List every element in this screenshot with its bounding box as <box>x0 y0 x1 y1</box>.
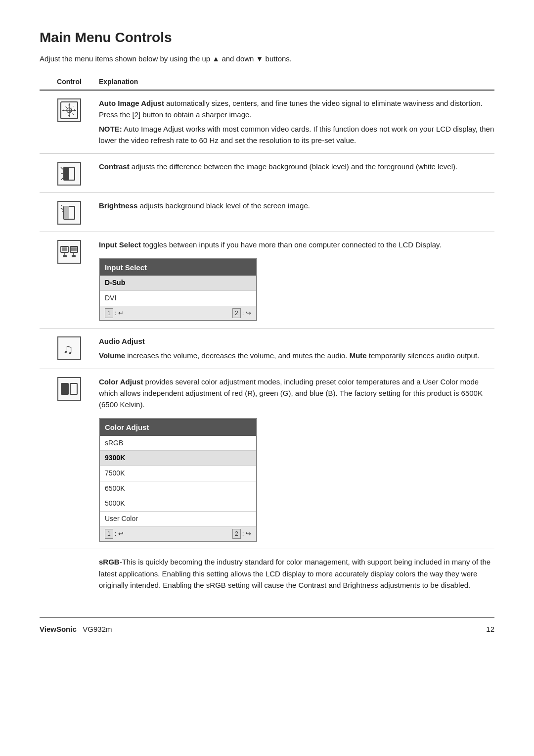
audio-adjust-label: Audio Adjust <box>99 335 494 347</box>
svg-rect-21 <box>62 247 67 251</box>
brand-name: ViewSonic <box>40 625 77 633</box>
color-icon <box>57 377 81 401</box>
audio-adjust-bold: Audio Adjust <box>99 337 145 345</box>
contrast-icon-cell <box>40 161 99 186</box>
svg-line-12 <box>61 167 63 169</box>
brightness-explanation: Brightness adjusts background black leve… <box>99 200 494 211</box>
note-label: NOTE: <box>99 125 122 133</box>
brightness-icon <box>57 201 81 225</box>
input-select-icon <box>57 240 81 264</box>
color-footer-item-1: 1 : ↩ <box>105 529 124 539</box>
contrast-bold: Contrast <box>99 162 130 171</box>
table-row: Brightness adjusts background black leve… <box>40 193 494 232</box>
svg-text:♫: ♫ <box>63 341 73 357</box>
color-adjust-menu: Color Adjust sRGB 9300K 7500K 6500K 5000… <box>99 418 257 542</box>
color-footer-num-1: 1 <box>105 529 113 539</box>
intro-text: Adjust the menu items shown below by usi… <box>40 54 494 63</box>
footer-arrow-2: : ↪ <box>242 308 251 318</box>
brightness-svg <box>60 203 79 222</box>
model-name: VG932m <box>83 625 112 633</box>
footer-item-1: 1 : ↩ <box>105 308 124 319</box>
svg-line-17 <box>61 205 62 206</box>
svg-line-18 <box>61 208 63 209</box>
auto-image-icon-cell <box>40 97 99 122</box>
table-row: sRGB-This is quickly becoming the indust… <box>40 549 494 598</box>
footer-arrow-1: : ↩ <box>115 308 124 318</box>
color-item-5000k: 5000K <box>100 496 256 512</box>
color-menu-footer: 1 : ↩ 2 : ↪ <box>100 527 256 541</box>
svg-marker-9 <box>74 109 76 111</box>
srgb-bold: sRGB <box>99 558 120 566</box>
color-icon-cell <box>40 376 99 401</box>
page-title: Main Menu Controls <box>40 30 494 46</box>
color-footer-arrow-1: : ↩ <box>115 529 124 539</box>
input-select-menu: Input Select D-Sub DVI 1 : ↩ 2 : ↪ <box>99 258 257 321</box>
input-select-explanation: Input Select toggles between inputs if y… <box>99 239 494 321</box>
page-number: 12 <box>486 625 494 633</box>
auto-image-text1: Auto Image Adjust automatically sizes, c… <box>99 97 494 121</box>
svg-rect-11 <box>64 167 69 180</box>
contrast-svg <box>60 164 79 183</box>
svg-rect-26 <box>63 255 67 257</box>
srgb-note-explanation: sRGB-This is quickly becoming the indust… <box>99 556 494 591</box>
brightness-bold: Brightness <box>99 201 137 210</box>
footer-item-2: 2 : ↪ <box>232 308 251 319</box>
table-row: Input Select toggles between inputs if y… <box>40 232 494 329</box>
auto-image-bold: Auto Image Adjust <box>99 99 164 107</box>
col-control-header: Control <box>40 77 99 88</box>
col-explanation-header: Explanation <box>99 77 494 88</box>
svg-rect-29 <box>61 383 68 394</box>
mute-bold: Mute <box>350 351 367 360</box>
svg-marker-7 <box>68 115 70 117</box>
color-explanation: Color Adjust provides several color adju… <box>99 376 494 542</box>
footer-brand-model: ViewSonic VG932m <box>40 625 112 633</box>
color-item-9300k: 9300K <box>100 451 256 466</box>
svg-rect-16 <box>64 206 69 219</box>
color-adjust-text: Color Adjust provides several color adju… <box>99 376 494 411</box>
color-item-srgb: sRGB <box>100 436 256 451</box>
footer-num-2: 2 <box>232 308 241 319</box>
input-select-bold: Input Select <box>99 240 141 249</box>
srgb-note-text: sRGB-This is quickly becoming the indust… <box>99 556 494 591</box>
color-svg <box>60 379 79 398</box>
input-select-icon-cell <box>40 239 99 264</box>
audio-svg: ♫ <box>60 339 79 358</box>
table-row: Contrast adjusts the difference between … <box>40 154 494 193</box>
color-footer-num-2: 2 <box>232 529 241 539</box>
color-item-7500k: 7500K <box>100 466 256 481</box>
volume-bold: Volume <box>99 351 125 360</box>
page-footer: ViewSonic VG932m 12 <box>40 617 494 633</box>
auto-image-explanation: Auto Image Adjust automatically sizes, c… <box>99 97 494 146</box>
svg-rect-30 <box>70 383 77 394</box>
color-adjust-menu-title: Color Adjust <box>100 419 256 435</box>
color-footer-item-2: 2 : ↪ <box>232 529 251 539</box>
input-select-dvi: DVI <box>100 291 256 306</box>
svg-rect-27 <box>72 255 76 257</box>
audio-adjust-text: Volume increases the volume, decreases t… <box>99 350 494 361</box>
input-select-svg <box>60 242 79 261</box>
contrast-text: Contrast adjusts the difference between … <box>99 161 494 172</box>
contrast-explanation: Contrast adjusts the difference between … <box>99 161 494 172</box>
table-row: ♫ Audio Adjust Volume increases the volu… <box>40 329 494 369</box>
table-header: Control Explanation <box>40 77 494 91</box>
color-adjust-bold: Color Adjust <box>99 378 143 386</box>
audio-icon: ♫ <box>57 336 81 360</box>
color-item-user: User Color <box>100 512 256 527</box>
table-row: Auto Image Adjust automatically sizes, c… <box>40 91 494 154</box>
color-footer-arrow-2: : ↪ <box>242 529 251 539</box>
audio-icon-cell: ♫ <box>40 335 99 360</box>
table-row: Color Adjust provides several color adju… <box>40 369 494 550</box>
input-select-menu-title: Input Select <box>100 259 256 276</box>
svg-rect-23 <box>71 247 77 251</box>
input-select-text: Input Select toggles between inputs if y… <box>99 239 494 250</box>
contrast-icon <box>57 162 81 186</box>
brightness-text: Brightness adjusts background black leve… <box>99 200 494 211</box>
auto-image-icon <box>57 98 81 122</box>
input-select-dsub: D-Sub <box>100 276 256 291</box>
audio-explanation: Audio Adjust Volume increases the volume… <box>99 335 494 362</box>
svg-marker-8 <box>62 109 64 111</box>
svg-line-14 <box>61 178 63 180</box>
footer-num-1: 1 <box>105 308 113 319</box>
input-select-menu-footer: 1 : ↩ 2 : ↪ <box>100 306 256 321</box>
srgb-icon-cell <box>40 556 99 557</box>
